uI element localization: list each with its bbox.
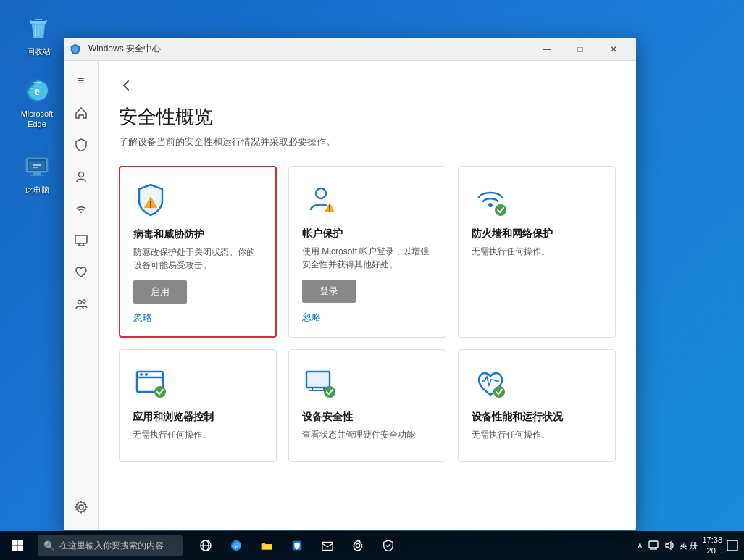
svg-rect-6	[30, 88, 33, 89]
login-button[interactable]: 登录	[302, 280, 356, 303]
this-pc-label: 此电脑	[25, 185, 49, 195]
svg-text:!: !	[149, 200, 152, 210]
defender-taskbar-button[interactable]	[374, 531, 403, 560]
card-virus-title: 病毒和威胁防护	[133, 228, 262, 241]
notifications-icon[interactable]	[727, 540, 738, 551]
card-device-performance[interactable]: 设备性能和运行状况 无需执行任何操作。	[458, 349, 616, 462]
card-app-browser[interactable]: 应用和浏览器控制 无需执行任何操作。	[119, 349, 277, 462]
person-icon	[74, 170, 88, 184]
card-virus-desc: 防篡改保护处于关闭状态。你的设备可能易受攻击。	[133, 246, 262, 272]
window-title: Windows 安全中心	[88, 43, 530, 55]
svg-rect-17	[75, 235, 87, 243]
sidebar-settings-button[interactable]	[67, 493, 96, 522]
svg-rect-54	[322, 543, 333, 551]
sidebar: ≡	[64, 61, 99, 530]
group-icon	[74, 297, 88, 312]
enable-button[interactable]: 启用	[133, 280, 187, 304]
desktop-icon-edge[interactable]: e Microsoft Edge	[12, 72, 62, 133]
card-firewall-title: 防火墙和网络保护	[472, 227, 602, 241]
windows-logo-icon	[11, 539, 24, 552]
titlebar: Windows 安全中心 — □ ✕	[64, 38, 636, 61]
device-security-icon	[302, 364, 340, 402]
card-app-desc: 无需执行任何操作。	[133, 428, 263, 441]
svg-rect-52	[262, 544, 272, 549]
desktop-icon-this-pc[interactable]: 此电脑	[12, 149, 62, 198]
virus-protection-icon: !	[133, 182, 171, 220]
mail-taskbar-button[interactable]	[313, 531, 342, 560]
svg-point-21	[78, 301, 81, 304]
sidebar-group-button[interactable]	[67, 290, 96, 319]
svg-point-16	[80, 212, 81, 213]
card-firewall[interactable]: 防火墙和网络保护 无需执行任何操作。	[458, 166, 616, 338]
sidebar-home-button[interactable]	[67, 99, 96, 128]
taskbar-system-tray: ∧ 英 册 17:38 20...	[637, 535, 744, 557]
svg-rect-10	[33, 172, 41, 175]
clock[interactable]: 17:38 20...	[702, 535, 722, 557]
recycle-bin-icon	[23, 13, 54, 43]
svg-rect-11	[30, 175, 44, 176]
network-icon[interactable]	[648, 540, 659, 551]
volume-icon[interactable]	[664, 540, 675, 551]
main-content: 安全性概览 了解设备当前的安全性和运行情况并采取必要操作。	[99, 61, 636, 530]
minimize-button[interactable]: —	[530, 38, 564, 61]
svg-rect-37	[308, 373, 328, 386]
sidebar-menu-button[interactable]: ≡	[67, 67, 96, 96]
svg-point-15	[78, 172, 83, 177]
security-taskbar-button[interactable]	[283, 531, 312, 560]
settings-icon	[74, 500, 88, 514]
svg-line-3	[41, 25, 42, 36]
settings-taskbar-button[interactable]	[343, 531, 372, 560]
svg-point-55	[356, 543, 359, 547]
firewall-icon	[472, 181, 509, 219]
taskbar-search[interactable]: 🔍 在这里输入你要搜索的内容	[38, 535, 183, 556]
sidebar-wifi-button[interactable]	[67, 194, 96, 223]
svg-point-23	[79, 505, 83, 509]
language-indicator[interactable]: 英 册	[680, 540, 698, 551]
svg-text:e: e	[34, 85, 39, 97]
taskbar-search-icon: 🔍	[43, 540, 55, 551]
svg-line-2	[35, 25, 36, 36]
card-device-security[interactable]: 设备安全性 查看状态并管理硬件安全功能	[288, 349, 446, 462]
recycle-bin-label: 回收站	[27, 46, 51, 57]
account-ignore-link[interactable]: 忽略	[302, 312, 321, 322]
sidebar-person-button[interactable]	[67, 162, 96, 191]
svg-rect-44	[18, 540, 24, 546]
shield-icon	[74, 138, 88, 152]
sidebar-shield-button[interactable]	[67, 130, 96, 159]
monitor-icon	[74, 233, 88, 248]
desktop-icon-recycle[interactable]: 回收站	[13, 10, 64, 59]
explorer-taskbar-icon	[260, 539, 273, 552]
sidebar-heart-button[interactable]	[67, 258, 96, 287]
task-view-button[interactable]	[191, 531, 220, 560]
svg-rect-45	[12, 546, 17, 552]
start-button[interactable]	[0, 531, 35, 560]
card-firewall-desc: 无需执行任何操作。	[472, 245, 602, 258]
card-app-title: 应用和浏览器控制	[133, 411, 263, 424]
security-taskbar-icon	[291, 539, 304, 552]
svg-point-26	[316, 188, 326, 198]
card-perf-title: 设备性能和运行状况	[472, 411, 602, 424]
maximize-button[interactable]: □	[564, 38, 597, 61]
svg-text:!: !	[328, 204, 330, 212]
this-pc-icon	[22, 151, 52, 182]
virus-ignore-link[interactable]: 忽略	[133, 312, 152, 323]
edge-taskbar-button[interactable]: e	[222, 531, 251, 560]
card-account-protection[interactable]: ! 帐户保护 使用 Microsoft 帐户登录，以增强安全性并获得其他好处。 …	[288, 166, 446, 338]
edge-taskbar-icon: e	[230, 539, 243, 552]
svg-point-42	[493, 386, 505, 398]
window-icon	[70, 43, 83, 56]
cards-grid: ! 病毒和威胁防护 防篡改保护处于关闭状态。你的设备可能易受攻击。 启用 忽略	[119, 166, 616, 462]
page-subtitle: 了解设备当前的安全性和运行情况并采取必要操作。	[119, 135, 616, 149]
sidebar-monitor-button[interactable]	[67, 226, 96, 255]
task-view-icon	[199, 539, 212, 552]
desktop: 回收站 e Microsoft Edge	[0, 0, 744, 560]
back-button[interactable]	[119, 78, 616, 93]
expand-tray-button[interactable]: ∧	[637, 540, 643, 551]
card-virus-protection[interactable]: ! 病毒和威胁防护 防篡改保护处于关闭状态。你的设备可能易受攻击。 启用 忽略	[119, 166, 277, 338]
explorer-taskbar-button[interactable]	[252, 531, 281, 560]
close-button[interactable]: ✕	[597, 38, 630, 61]
device-performance-icon	[472, 364, 509, 402]
card-account-desc: 使用 Microsoft 帐户登录，以增强安全性并获得其他好处。	[302, 245, 432, 271]
svg-point-33	[140, 373, 143, 376]
window-controls: — □ ✕	[530, 38, 630, 61]
